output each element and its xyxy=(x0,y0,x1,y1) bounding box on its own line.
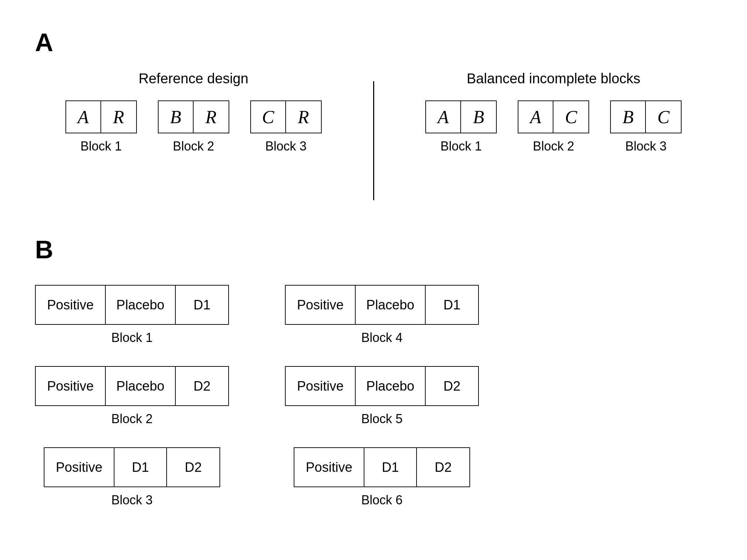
b-block-1-cell-2: D1 xyxy=(176,286,228,324)
b-block-5: Positive Placebo D2 Block 5 xyxy=(285,366,479,426)
bib-block-3-cells: B C xyxy=(610,100,682,133)
reference-design-subtitle: Reference design xyxy=(139,71,249,86)
section-a-label: A xyxy=(35,28,712,57)
b-block-6-label: Block 6 xyxy=(361,493,403,507)
ref-block-3-cell-1: R xyxy=(286,101,321,133)
b-block-2-cell-2: D2 xyxy=(176,367,228,405)
bib-block-2-label: Block 2 xyxy=(533,139,574,154)
reference-design-panel: Reference design A R Block 1 B R B xyxy=(35,71,373,154)
bib-block-1-cell-0: A xyxy=(426,101,461,133)
section-b-left-column: Positive Placebo D1 Block 1 Positive Pla… xyxy=(35,285,229,507)
b-block-3-cells: Positive D1 D2 xyxy=(44,447,220,487)
ref-block-1-cell-0: A xyxy=(66,101,101,133)
b-block-2-cell-1: Placebo xyxy=(106,367,176,405)
ref-block-1-cells: A R xyxy=(65,100,137,133)
ref-block-2-cell-1: R xyxy=(194,101,229,133)
b-block-5-cell-0: Positive xyxy=(286,367,356,405)
b-block-6-cell-1: D1 xyxy=(364,448,417,486)
ref-block-2: B R Block 2 xyxy=(158,100,229,154)
b-block-2: Positive Placebo D2 Block 2 xyxy=(35,366,229,426)
bib-blocks: A B Block 1 A C Block 2 B xyxy=(425,100,682,154)
b-block-4-cells: Positive Placebo D1 xyxy=(285,285,479,325)
ref-block-3-cells: C R xyxy=(250,100,322,133)
b-block-3-cell-1: D1 xyxy=(114,448,167,486)
b-block-1-cell-0: Positive xyxy=(36,286,106,324)
ref-block-1-label: Block 1 xyxy=(81,139,122,154)
b-block-1-cell-1: Placebo xyxy=(106,286,176,324)
b-block-1-label: Block 1 xyxy=(111,330,153,345)
b-block-4-cell-2: D1 xyxy=(426,286,478,324)
bib-block-3-cell-0: B xyxy=(611,101,646,133)
bib-block-1-cells: A B xyxy=(425,100,497,133)
section-b-right-column: Positive Placebo D1 Block 4 Positive Pla… xyxy=(285,285,479,507)
ref-block-3-label: Block 3 xyxy=(265,139,307,154)
ref-block-3: C R Block 3 xyxy=(250,100,322,154)
b-block-5-cell-2: D2 xyxy=(426,367,478,405)
b-block-2-cells: Positive Placebo D2 xyxy=(35,366,229,406)
b-block-3-cell-0: Positive xyxy=(44,448,114,486)
b-block-3-label: Block 3 xyxy=(111,493,153,507)
b-block-2-cell-0: Positive xyxy=(36,367,106,405)
b-block-4: Positive Placebo D1 Block 4 xyxy=(285,285,479,345)
b-block-5-label: Block 5 xyxy=(361,412,403,426)
b-block-5-cells: Positive Placebo D2 xyxy=(285,366,479,406)
reference-design-blocks: A R Block 1 B R Block 2 C xyxy=(65,100,322,154)
section-b-label: B xyxy=(35,235,712,264)
bib-block-1-cell-1: B xyxy=(461,101,496,133)
bib-block-2: A C Block 2 xyxy=(518,100,589,154)
b-block-2-label: Block 2 xyxy=(111,412,153,426)
b-block-4-label: Block 4 xyxy=(361,330,403,345)
b-block-6: Positive D1 D2 Block 6 xyxy=(285,447,479,507)
bib-block-3: B C Block 3 xyxy=(610,100,682,154)
ref-block-3-cell-0: C xyxy=(251,101,286,133)
bib-block-1: A B Block 1 xyxy=(425,100,497,154)
bib-block-3-cell-1: C xyxy=(646,101,681,133)
ref-block-1: A R Block 1 xyxy=(65,100,137,154)
bib-block-2-cell-1: C xyxy=(553,101,588,133)
b-block-6-cell-2: D2 xyxy=(417,448,469,486)
b-block-3-cell-2: D2 xyxy=(167,448,219,486)
ref-block-2-cells: B R xyxy=(158,100,229,133)
bib-panel: Balanced incomplete blocks A B Block 1 A… xyxy=(374,71,712,154)
b-block-6-cells: Positive D1 D2 xyxy=(294,447,470,487)
ref-block-2-cell-0: B xyxy=(159,101,194,133)
bib-block-2-cell-0: A xyxy=(518,101,553,133)
b-block-5-cell-1: Placebo xyxy=(356,367,426,405)
section-a: Reference design A R Block 1 B R B xyxy=(35,71,712,200)
bib-block-1-label: Block 1 xyxy=(440,139,482,154)
b-block-4-cell-0: Positive xyxy=(286,286,356,324)
page-container: A Reference design A R Block 1 B xyxy=(0,0,747,536)
bib-subtitle: Balanced incomplete blocks xyxy=(467,71,640,86)
ref-block-2-label: Block 2 xyxy=(173,139,214,154)
bib-block-3-label: Block 3 xyxy=(625,139,666,154)
bib-block-2-cells: A C xyxy=(518,100,589,133)
b-block-4-cell-1: Placebo xyxy=(356,286,426,324)
b-block-6-cell-0: Positive xyxy=(294,448,364,486)
section-b: Positive Placebo D1 Block 1 Positive Pla… xyxy=(35,285,712,507)
b-block-1: Positive Placebo D1 Block 1 xyxy=(35,285,229,345)
ref-block-1-cell-1: R xyxy=(101,101,136,133)
b-block-1-cells: Positive Placebo D1 xyxy=(35,285,229,325)
b-block-3: Positive D1 D2 Block 3 xyxy=(35,447,229,507)
